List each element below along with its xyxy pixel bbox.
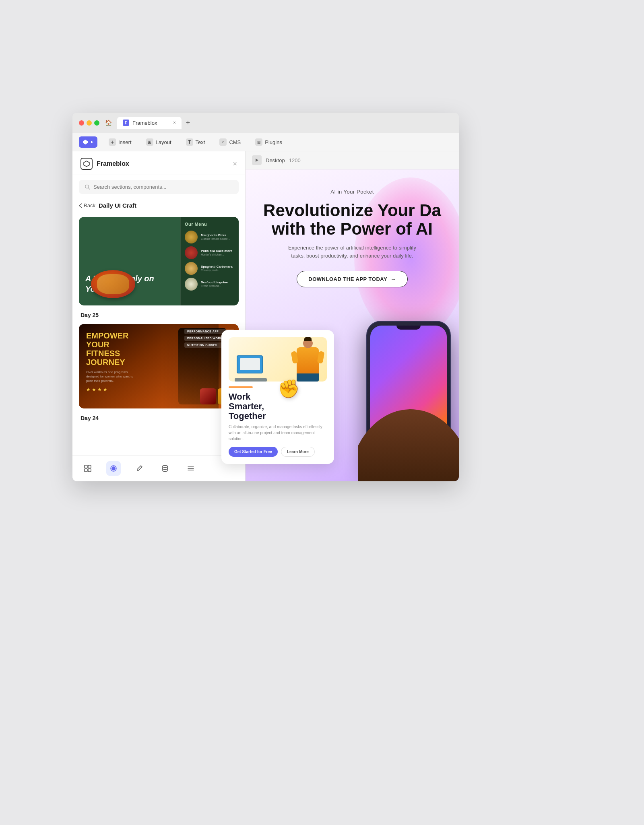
search-input[interactable] <box>93 184 233 190</box>
svg-point-2 <box>85 185 89 188</box>
star-1: ★ <box>86 387 91 392</box>
toolbar-plugins[interactable]: ⊞ Plugins <box>252 137 285 147</box>
traffic-lights <box>79 120 99 126</box>
plugins-icon: ⊞ <box>255 138 262 146</box>
active-tab[interactable]: F Frameblox × <box>117 117 182 129</box>
download-btn-arrow: → <box>390 276 396 282</box>
italian-card-bg: A Taste of Italy on Your Plate Our Menu <box>79 217 239 305</box>
ws-title-line3: Together <box>229 411 266 421</box>
ai-badge: AI in Your Pocket <box>330 189 374 195</box>
browser-toolbar: + Insert ⊞ Layout T Text ○ CMS ⊞ Plugins <box>72 133 459 151</box>
ws-secondary-button[interactable]: Learn More <box>281 447 315 457</box>
close-traffic-light[interactable] <box>79 120 84 126</box>
ws-title-line2: Smarter, <box>229 401 264 411</box>
menu-title: Our Menu <box>185 222 235 227</box>
computer-screen <box>237 355 263 373</box>
nav-diamond[interactable] <box>106 461 121 476</box>
panel-logo-icon <box>80 158 93 170</box>
fist-icon: ✊ <box>278 379 300 398</box>
svg-rect-4 <box>85 465 87 468</box>
day-25-card[interactable]: A Taste of Italy on Your Plate Our Menu <box>79 217 239 305</box>
person-arm-right <box>317 351 325 364</box>
back-label: Back <box>84 202 95 208</box>
day-24-label: Day 24 <box>79 415 239 421</box>
new-tab-button[interactable]: + <box>183 118 193 128</box>
section-title: Daily UI Craft <box>99 202 136 209</box>
ws-illustration-bg <box>229 337 327 382</box>
text-label: Text <box>196 139 205 145</box>
back-button[interactable]: Back <box>79 202 95 208</box>
preview-toolbar: Desktop 1200 <box>246 151 459 169</box>
text-icon: T <box>186 138 193 146</box>
left-panel: Frameblox × Back Daily UI Craft <box>72 151 246 481</box>
breadcrumb: Back Daily UI Craft <box>72 199 245 214</box>
pasta-bowl-illustration <box>91 270 139 302</box>
phone-with-hand <box>358 321 459 481</box>
nav-menu[interactable] <box>184 461 198 476</box>
svg-rect-7 <box>88 469 91 472</box>
ai-headline-line1: Revolutionize Your Da <box>263 201 441 220</box>
person-arm-left <box>291 351 299 364</box>
layout-icon: ⊞ <box>146 138 153 146</box>
cms-label: CMS <box>229 139 241 145</box>
search-bar[interactable] <box>79 180 239 194</box>
database-icon <box>161 464 169 472</box>
svg-marker-0 <box>83 140 88 144</box>
person-hair <box>304 337 312 341</box>
star-2: ★ <box>92 387 96 392</box>
nav-database[interactable] <box>158 461 172 476</box>
panel-close-button[interactable]: × <box>233 160 237 168</box>
nav-brush[interactable] <box>132 461 147 476</box>
ai-content-center: AI in Your Pocket Revolutionize Your Da … <box>262 189 443 287</box>
search-icon <box>85 184 90 190</box>
panel-header: Frameblox × <box>72 151 245 175</box>
menu-item-1: Margherita Pizza Classic tomato sauce... <box>185 231 235 243</box>
day-25-label: Day 25 <box>79 312 239 318</box>
fitness-title: EMPOWER YOUR FITNESS JOURNEY <box>86 331 142 367</box>
italian-menu: Our Menu Margherita Pizza Classic tomato… <box>180 217 239 305</box>
person-pants <box>297 373 319 382</box>
ws-primary-button[interactable]: Get Started for Free <box>229 447 278 457</box>
desk-surface <box>235 378 267 382</box>
back-chevron-icon <box>79 203 82 208</box>
tab-favicon: F <box>123 120 129 126</box>
svg-point-8 <box>111 466 116 470</box>
maximize-traffic-light[interactable] <box>94 120 99 126</box>
ws-title-line1: Work <box>229 392 251 402</box>
toolbar-logo <box>79 136 97 148</box>
toolbar-layout[interactable]: ⊞ Layout <box>143 137 175 147</box>
star-4: ★ <box>103 387 107 392</box>
menu-item-3: Spaghetti Carbonara Creamy pasta... <box>185 262 235 275</box>
grid-icon <box>84 464 92 472</box>
home-icon[interactable]: 🏠 <box>104 119 112 127</box>
download-app-button[interactable]: DOWNLOAD THE APP TODAY → <box>297 271 407 287</box>
menu-item-2: Pollo alla Cacciatore Hunter's chicken..… <box>185 246 235 259</box>
browser-titlebar: 🏠 F Frameblox × + <box>72 113 459 133</box>
plugins-label: Plugins <box>265 139 282 145</box>
svg-rect-6 <box>85 469 87 472</box>
toolbar-cms[interactable]: ○ CMS <box>216 137 244 147</box>
fitness-card-bg: EMPOWER YOUR FITNESS JOURNEY Over workou… <box>79 324 239 408</box>
preview-size: 1200 <box>289 157 301 163</box>
svg-point-10 <box>163 466 167 468</box>
toolbar-text[interactable]: T Text <box>183 137 208 147</box>
nav-items <box>80 461 198 476</box>
tab-close-button[interactable]: × <box>173 120 176 126</box>
minimize-traffic-light[interactable] <box>87 120 92 126</box>
preview-label: Desktop <box>266 157 285 163</box>
toolbar-insert[interactable]: + Insert <box>105 137 135 147</box>
phone-hand-container <box>358 321 459 481</box>
preview-play-button[interactable] <box>252 155 262 165</box>
svg-rect-5 <box>88 465 91 468</box>
insert-icon: + <box>109 138 116 146</box>
ws-person <box>297 347 319 382</box>
svg-marker-14 <box>256 159 258 162</box>
fitness-desc: Over workouts and programs designed for … <box>86 370 134 384</box>
panel-logo: Frameblox <box>80 158 129 170</box>
italian-left: A Taste of Italy on Your Plate <box>79 217 180 305</box>
layout-label: Layout <box>156 139 171 145</box>
play-icon <box>255 158 259 162</box>
ai-headline-line2: with the Power of AI <box>272 219 433 238</box>
day-24-card[interactable]: EMPOWER YOUR FITNESS JOURNEY Over workou… <box>79 324 239 408</box>
nav-grid[interactable] <box>80 461 95 476</box>
